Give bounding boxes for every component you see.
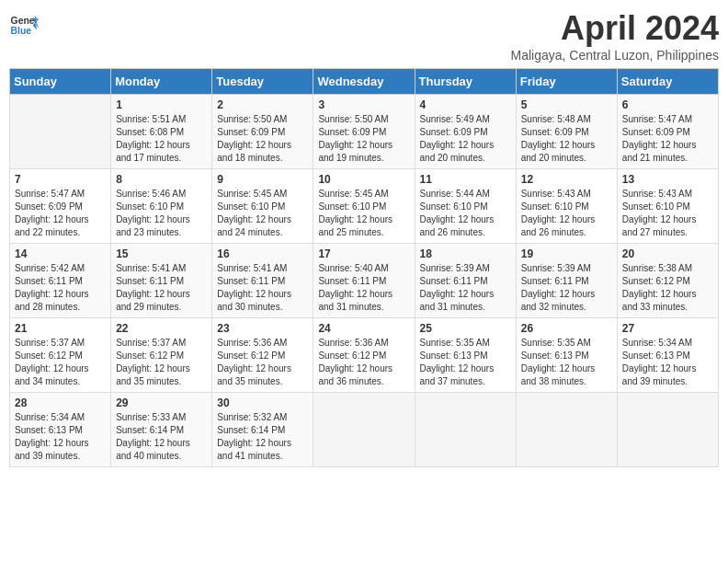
cell-info: Sunrise: 5:43 AM Sunset: 6:10 PM Dayligh… [622,188,713,239]
day-number: 4 [420,98,511,111]
day-of-week-header: Wednesday [313,69,415,95]
calendar-cell: 8Sunrise: 5:46 AM Sunset: 6:10 PM Daylig… [111,169,212,244]
calendar-week-row: 7Sunrise: 5:47 AM Sunset: 6:09 PM Daylig… [10,169,719,244]
day-number: 21 [15,322,106,335]
day-of-week-header: Monday [111,69,212,95]
logo-icon: General Blue [9,9,39,39]
calendar-week-row: 14Sunrise: 5:42 AM Sunset: 6:11 PM Dayli… [10,244,719,318]
cell-info: Sunrise: 5:34 AM Sunset: 6:13 PM Dayligh… [15,411,106,463]
cell-info: Sunrise: 5:35 AM Sunset: 6:13 PM Dayligh… [420,337,511,388]
calendar-cell: 3Sunrise: 5:50 AM Sunset: 6:09 PM Daylig… [313,95,415,169]
day-number: 3 [318,98,409,111]
calendar-cell: 11Sunrise: 5:44 AM Sunset: 6:10 PM Dayli… [415,169,516,244]
calendar-cell: 27Sunrise: 5:34 AM Sunset: 6:13 PM Dayli… [617,318,718,393]
calendar-cell: 26Sunrise: 5:35 AM Sunset: 6:13 PM Dayli… [516,318,617,393]
calendar-cell: 12Sunrise: 5:43 AM Sunset: 6:10 PM Dayli… [516,169,617,244]
day-of-week-header: Tuesday [212,69,313,95]
calendar-cell: 4Sunrise: 5:49 AM Sunset: 6:09 PM Daylig… [415,95,516,169]
cell-info: Sunrise: 5:41 AM Sunset: 6:11 PM Dayligh… [217,262,308,314]
cell-info: Sunrise: 5:47 AM Sunset: 6:09 PM Dayligh… [622,113,713,165]
cell-info: Sunrise: 5:38 AM Sunset: 6:12 PM Dayligh… [622,262,713,314]
cell-info: Sunrise: 5:37 AM Sunset: 6:12 PM Dayligh… [15,337,106,388]
day-number: 7 [15,173,106,186]
day-number: 14 [15,247,106,260]
calendar-cell: 17Sunrise: 5:40 AM Sunset: 6:11 PM Dayli… [313,244,415,318]
day-number: 24 [318,322,409,335]
day-number: 12 [521,173,612,186]
calendar-cell: 23Sunrise: 5:36 AM Sunset: 6:12 PM Dayli… [212,318,313,393]
calendar-cell: 9Sunrise: 5:45 AM Sunset: 6:10 PM Daylig… [212,169,313,244]
calendar-cell: 7Sunrise: 5:47 AM Sunset: 6:09 PM Daylig… [10,169,111,244]
calendar-week-row: 28Sunrise: 5:34 AM Sunset: 6:13 PM Dayli… [10,393,719,467]
calendar-cell: 24Sunrise: 5:36 AM Sunset: 6:12 PM Dayli… [313,318,415,393]
calendar-cell: 1Sunrise: 5:51 AM Sunset: 6:08 PM Daylig… [111,95,212,169]
day-number: 2 [217,98,308,111]
day-number: 18 [420,247,511,260]
day-number: 6 [622,98,713,111]
day-number: 13 [622,173,713,186]
calendar-cell [516,393,617,467]
month-title: April 2024 [511,9,719,48]
day-number: 26 [521,322,612,335]
day-number: 23 [217,322,308,335]
calendar-cell: 25Sunrise: 5:35 AM Sunset: 6:13 PM Dayli… [415,318,516,393]
cell-info: Sunrise: 5:39 AM Sunset: 6:11 PM Dayligh… [420,262,511,314]
calendar-cell [415,393,516,467]
calendar-cell: 6Sunrise: 5:47 AM Sunset: 6:09 PM Daylig… [617,95,718,169]
cell-info: Sunrise: 5:32 AM Sunset: 6:14 PM Dayligh… [217,411,308,463]
cell-info: Sunrise: 5:43 AM Sunset: 6:10 PM Dayligh… [521,188,612,239]
calendar-cell [10,95,111,169]
cell-info: Sunrise: 5:51 AM Sunset: 6:08 PM Dayligh… [116,113,207,165]
cell-info: Sunrise: 5:42 AM Sunset: 6:11 PM Dayligh… [15,262,106,314]
cell-info: Sunrise: 5:39 AM Sunset: 6:11 PM Dayligh… [521,262,612,314]
calendar-cell: 20Sunrise: 5:38 AM Sunset: 6:12 PM Dayli… [617,244,718,318]
calendar-cell: 5Sunrise: 5:48 AM Sunset: 6:09 PM Daylig… [516,95,617,169]
day-number: 20 [622,247,713,260]
day-number: 16 [217,247,308,260]
day-number: 22 [116,322,207,335]
day-number: 30 [217,396,308,409]
cell-info: Sunrise: 5:47 AM Sunset: 6:09 PM Dayligh… [15,188,106,239]
calendar-week-row: 1Sunrise: 5:51 AM Sunset: 6:08 PM Daylig… [10,95,719,169]
cell-info: Sunrise: 5:44 AM Sunset: 6:10 PM Dayligh… [420,188,511,239]
day-number: 17 [318,247,409,260]
calendar-cell: 29Sunrise: 5:33 AM Sunset: 6:14 PM Dayli… [111,393,212,467]
cell-info: Sunrise: 5:33 AM Sunset: 6:14 PM Dayligh… [116,411,207,463]
title-block: April 2024 Maligaya, Central Luzon, Phil… [511,9,719,63]
day-number: 5 [521,98,612,111]
calendar-cell: 22Sunrise: 5:37 AM Sunset: 6:12 PM Dayli… [111,318,212,393]
day-of-week-header: Saturday [617,69,718,95]
cell-info: Sunrise: 5:35 AM Sunset: 6:13 PM Dayligh… [521,337,612,388]
cell-info: Sunrise: 5:45 AM Sunset: 6:10 PM Dayligh… [217,188,308,239]
page-header: General Blue April 2024 Maligaya, Centra… [9,9,719,63]
day-number: 9 [217,173,308,186]
calendar-cell: 30Sunrise: 5:32 AM Sunset: 6:14 PM Dayli… [212,393,313,467]
calendar-cell [313,393,415,467]
day-of-week-header: Friday [516,69,617,95]
cell-info: Sunrise: 5:48 AM Sunset: 6:09 PM Dayligh… [521,113,612,165]
calendar-week-row: 21Sunrise: 5:37 AM Sunset: 6:12 PM Dayli… [10,318,719,393]
cell-info: Sunrise: 5:34 AM Sunset: 6:13 PM Dayligh… [622,337,713,388]
day-of-week-header: Sunday [10,69,111,95]
day-number: 10 [318,173,409,186]
location: Maligaya, Central Luzon, Philippines [511,48,719,63]
cell-info: Sunrise: 5:40 AM Sunset: 6:11 PM Dayligh… [318,262,409,314]
cell-info: Sunrise: 5:37 AM Sunset: 6:12 PM Dayligh… [116,337,207,388]
calendar-cell: 15Sunrise: 5:41 AM Sunset: 6:11 PM Dayli… [111,244,212,318]
day-number: 15 [116,247,207,260]
calendar-cell: 19Sunrise: 5:39 AM Sunset: 6:11 PM Dayli… [516,244,617,318]
logo: General Blue [9,9,39,39]
cell-info: Sunrise: 5:46 AM Sunset: 6:10 PM Dayligh… [116,188,207,239]
calendar-cell: 14Sunrise: 5:42 AM Sunset: 6:11 PM Dayli… [10,244,111,318]
calendar-table: SundayMondayTuesdayWednesdayThursdayFrid… [9,68,719,467]
day-number: 19 [521,247,612,260]
day-number: 11 [420,173,511,186]
cell-info: Sunrise: 5:36 AM Sunset: 6:12 PM Dayligh… [318,337,409,388]
day-number: 29 [116,396,207,409]
cell-info: Sunrise: 5:50 AM Sunset: 6:09 PM Dayligh… [217,113,308,165]
cell-info: Sunrise: 5:36 AM Sunset: 6:12 PM Dayligh… [217,337,308,388]
day-of-week-header: Thursday [415,69,516,95]
calendar-cell: 13Sunrise: 5:43 AM Sunset: 6:10 PM Dayli… [617,169,718,244]
day-number: 25 [420,322,511,335]
day-number: 8 [116,173,207,186]
